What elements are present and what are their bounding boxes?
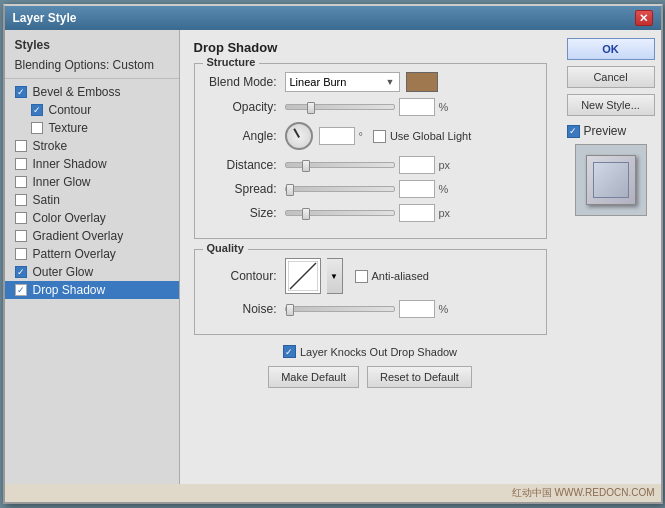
size-slider[interactable] bbox=[285, 210, 395, 216]
anti-aliased-checkbox[interactable] bbox=[355, 270, 368, 283]
angle-unit: ° bbox=[359, 130, 363, 142]
noise-label: Noise: bbox=[205, 302, 277, 316]
title-bar: Layer Style ✕ bbox=[5, 6, 661, 30]
left-panel: Styles Blending Options: Custom ✓Bevel &… bbox=[5, 30, 180, 484]
contour-preview[interactable] bbox=[285, 258, 321, 294]
noise-slider[interactable] bbox=[285, 306, 395, 312]
noise-input[interactable]: 0 bbox=[399, 300, 435, 318]
sidebar-item-outer-glow[interactable]: ✓Outer Glow bbox=[5, 263, 179, 281]
layer-knocks-row[interactable]: Layer Knocks Out Drop Shadow bbox=[194, 345, 547, 358]
sidebar-item-label: Texture bbox=[49, 121, 88, 135]
anti-aliased-option[interactable]: Anti-aliased bbox=[355, 270, 429, 283]
spread-input[interactable]: 0 bbox=[399, 180, 435, 198]
blend-mode-arrow: ▼ bbox=[386, 77, 395, 87]
use-global-light-label: Use Global Light bbox=[390, 130, 471, 142]
sidebar-checkbox[interactable]: ✓ bbox=[15, 86, 27, 98]
ok-button[interactable]: OK bbox=[567, 38, 655, 60]
layer-knocks-label: Layer Knocks Out Drop Shadow bbox=[300, 346, 457, 358]
noise-row: Noise: 0 % bbox=[205, 300, 536, 318]
sidebar-item-label: Color Overlay bbox=[33, 211, 106, 225]
preview-label-row[interactable]: Preview bbox=[567, 124, 655, 138]
sidebar-item-label: Gradient Overlay bbox=[33, 229, 124, 243]
sidebar-item-label: Inner Shadow bbox=[33, 157, 107, 171]
sidebar-item-contour[interactable]: ✓Contour bbox=[5, 101, 179, 119]
layer-knocks-checkbox[interactable] bbox=[283, 345, 296, 358]
reset-default-button[interactable]: Reset to Default bbox=[367, 366, 472, 388]
sidebar-item-label: Pattern Overlay bbox=[33, 247, 116, 261]
structure-section: Structure Blend Mode: Linear Burn ▼ Opac… bbox=[194, 63, 547, 239]
quality-label: Quality bbox=[203, 242, 248, 254]
watermark: 红动中国 WWW.REDOCN.COM bbox=[5, 484, 661, 502]
preview-shape bbox=[593, 162, 629, 198]
use-global-light-checkbox[interactable] bbox=[373, 130, 386, 143]
middle-panel: Drop Shadow Structure Blend Mode: Linear… bbox=[180, 30, 561, 484]
sidebar-item-pattern-overlay[interactable]: Pattern Overlay bbox=[5, 245, 179, 263]
distance-input[interactable]: 3 bbox=[399, 156, 435, 174]
close-button[interactable]: ✕ bbox=[635, 10, 653, 26]
sidebar-checkbox[interactable] bbox=[15, 212, 27, 224]
angle-row: Angle: 120 ° Use Global Light bbox=[205, 122, 536, 150]
preview-inner bbox=[586, 155, 636, 205]
sidebar-item-label: Bevel & Emboss bbox=[33, 85, 121, 99]
cancel-button[interactable]: Cancel bbox=[567, 66, 655, 88]
sidebar-item-label: Contour bbox=[49, 103, 92, 117]
angle-dial[interactable] bbox=[285, 122, 313, 150]
sidebar-checkbox[interactable]: ✓ bbox=[15, 266, 27, 278]
sidebar-item-drop-shadow[interactable]: ✓Drop Shadow bbox=[5, 281, 179, 299]
opacity-row: Opacity: 25 % bbox=[205, 98, 536, 116]
opacity-label: Opacity: bbox=[205, 100, 277, 114]
sidebar-checkbox[interactable] bbox=[15, 158, 27, 170]
size-row: Size: 3 px bbox=[205, 204, 536, 222]
size-input[interactable]: 3 bbox=[399, 204, 435, 222]
quality-section: Quality Contour: ▼ bbox=[194, 249, 547, 335]
spread-slider[interactable] bbox=[285, 186, 395, 192]
sidebar-checkbox[interactable] bbox=[15, 248, 27, 260]
contour-control[interactable]: ▼ bbox=[285, 258, 343, 294]
sidebar-checkbox[interactable] bbox=[15, 176, 27, 188]
blend-mode-row: Blend Mode: Linear Burn ▼ bbox=[205, 72, 536, 92]
opacity-unit: % bbox=[439, 101, 449, 113]
sidebar-item-bevel-and-emboss[interactable]: ✓Bevel & Emboss bbox=[5, 83, 179, 101]
contour-dropdown-arrow[interactable]: ▼ bbox=[327, 258, 343, 294]
sidebar-checkbox[interactable] bbox=[31, 122, 43, 134]
sidebar-item-satin[interactable]: Satin bbox=[5, 191, 179, 209]
sidebar-item-gradient-overlay[interactable]: Gradient Overlay bbox=[5, 227, 179, 245]
sidebar-item-inner-glow[interactable]: Inner Glow bbox=[5, 173, 179, 191]
contour-row: Contour: ▼ Anti-aliased bbox=[205, 258, 536, 294]
sidebar-item-label: Inner Glow bbox=[33, 175, 91, 189]
opacity-slider[interactable] bbox=[285, 104, 395, 110]
dialog-title: Layer Style bbox=[13, 11, 77, 25]
blend-mode-value: Linear Burn bbox=[290, 76, 347, 88]
styles-label[interactable]: Styles bbox=[5, 36, 179, 56]
use-global-light-option[interactable]: Use Global Light bbox=[373, 130, 471, 143]
distance-label: Distance: bbox=[205, 158, 277, 172]
sidebar-item-color-overlay[interactable]: Color Overlay bbox=[5, 209, 179, 227]
new-style-button[interactable]: New Style... bbox=[567, 94, 655, 116]
sidebar-checkbox[interactable]: ✓ bbox=[15, 284, 27, 296]
size-label: Size: bbox=[205, 206, 277, 220]
sidebar-item-inner-shadow[interactable]: Inner Shadow bbox=[5, 155, 179, 173]
blend-mode-label: Blend Mode: bbox=[205, 75, 277, 89]
distance-slider[interactable] bbox=[285, 162, 395, 168]
noise-unit: % bbox=[439, 303, 449, 315]
section-main-title: Drop Shadow bbox=[194, 40, 547, 55]
blending-options-label[interactable]: Blending Options: Custom bbox=[5, 56, 179, 79]
angle-input[interactable]: 120 bbox=[319, 127, 355, 145]
angle-label: Angle: bbox=[205, 129, 277, 143]
size-unit: px bbox=[439, 207, 451, 219]
sidebar-item-texture[interactable]: Texture bbox=[5, 119, 179, 137]
sidebar-checkbox[interactable] bbox=[15, 230, 27, 242]
make-default-button[interactable]: Make Default bbox=[268, 366, 359, 388]
sidebar-checkbox[interactable] bbox=[15, 194, 27, 206]
sidebar-item-label: Satin bbox=[33, 193, 60, 207]
bottom-buttons: Make Default Reset to Default bbox=[194, 366, 547, 388]
opacity-input[interactable]: 25 bbox=[399, 98, 435, 116]
preview-checkbox[interactable] bbox=[567, 125, 580, 138]
contour-svg bbox=[288, 261, 318, 291]
sidebar-checkbox[interactable] bbox=[15, 140, 27, 152]
preview-box bbox=[575, 144, 647, 216]
sidebar-item-stroke[interactable]: Stroke bbox=[5, 137, 179, 155]
blend-mode-dropdown[interactable]: Linear Burn ▼ bbox=[285, 72, 400, 92]
sidebar-checkbox[interactable]: ✓ bbox=[31, 104, 43, 116]
blend-mode-color-swatch[interactable] bbox=[406, 72, 438, 92]
